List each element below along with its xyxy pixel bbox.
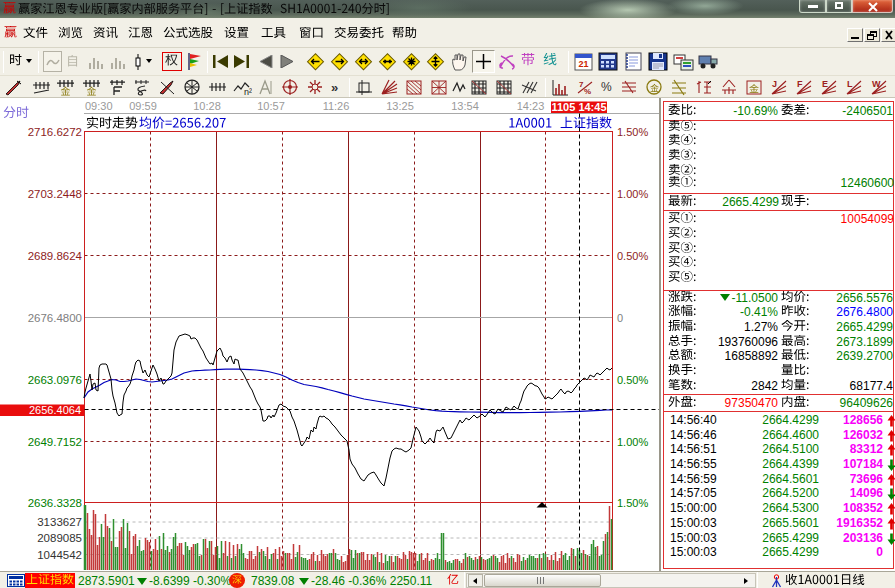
svg-text:L: L — [847, 79, 853, 89]
svg-text:2089085: 2089085 — [37, 532, 82, 544]
svg-text:0.50%: 0.50% — [617, 374, 648, 386]
svg-text:F: F — [797, 79, 803, 89]
svg-text:2636.3328: 2636.3328 — [28, 497, 82, 509]
svg-text:2649.7152: 2649.7152 — [28, 436, 82, 448]
svg-text:1.50%: 1.50% — [617, 126, 648, 138]
svg-text:13:25: 13:25 — [386, 100, 414, 112]
svg-text:2716.6272: 2716.6272 — [28, 126, 82, 138]
svg-text:14:23: 14:23 — [517, 100, 545, 112]
svg-text:n²: n² — [244, 87, 252, 96]
svg-text:13:54: 13:54 — [451, 100, 479, 112]
svg-text:2656.4064: 2656.4064 — [29, 404, 81, 416]
svg-text:1.00%: 1.00% — [617, 188, 648, 200]
svg-text:1.00%: 1.00% — [617, 436, 648, 448]
svg-text:10:28: 10:28 — [193, 100, 221, 112]
svg-text:09:30: 09:30 — [85, 100, 113, 112]
svg-text:0.50%: 0.50% — [617, 250, 648, 262]
svg-text:1.50%: 1.50% — [617, 497, 648, 509]
svg-text:%: % — [584, 87, 591, 96]
svg-text:2703.2448: 2703.2448 — [28, 188, 82, 200]
svg-text:21: 21 — [578, 59, 588, 69]
svg-text:11:26: 11:26 — [323, 100, 350, 112]
svg-text:2676.4800: 2676.4800 — [28, 312, 82, 324]
svg-text:E: E — [822, 79, 828, 89]
svg-text:2663.0976: 2663.0976 — [28, 374, 82, 386]
svg-text:1044542: 1044542 — [37, 549, 82, 561]
svg-text:1105 14:45: 1105 14:45 — [551, 101, 606, 113]
svg-text:0: 0 — [617, 312, 623, 324]
svg-text:10:57: 10:57 — [257, 100, 285, 112]
svg-text:W: W — [872, 79, 881, 89]
svg-text:09:59: 09:59 — [129, 100, 157, 112]
svg-text:2689.8624: 2689.8624 — [28, 250, 83, 262]
svg-text:3133627: 3133627 — [37, 516, 82, 528]
svg-text:J: J — [772, 79, 777, 89]
